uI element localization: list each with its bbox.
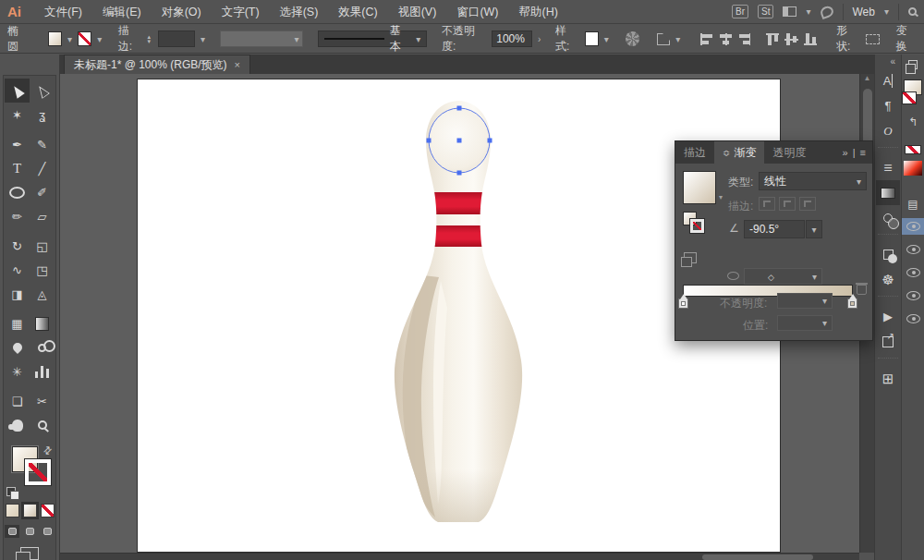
chevron-down-icon[interactable]: ▾: [67, 34, 72, 44]
align-bottom-icon[interactable]: [804, 33, 817, 45]
close-icon[interactable]: ×: [235, 59, 240, 70]
collapse-dock-icon[interactable]: «: [884, 55, 901, 68]
shape-label[interactable]: 形状:: [836, 23, 860, 55]
line-segment-tool[interactable]: ╱: [30, 156, 55, 180]
recolor-artwork-icon[interactable]: [626, 31, 639, 46]
align-left-icon[interactable]: [700, 33, 713, 45]
app-logo[interactable]: Ai: [7, 4, 21, 19]
curvature-tool[interactable]: ✎: [30, 132, 55, 156]
direct-selection-tool[interactable]: [30, 79, 55, 103]
gradient-angle-field[interactable]: -90.5°: [744, 220, 805, 238]
search-icon[interactable]: [908, 7, 917, 16]
menu-type[interactable]: 文字(T): [212, 0, 270, 24]
layer-visibility-row[interactable]: [902, 264, 924, 281]
eye-icon[interactable]: [906, 222, 920, 231]
brush-definition-dropdown[interactable]: 基本▾: [318, 30, 427, 47]
layers-list-icon[interactable]: ▤: [907, 197, 918, 212]
perspective-grid-tool[interactable]: ◬: [30, 282, 55, 306]
gradient-stop-left[interactable]: [678, 298, 688, 309]
bridge-button[interactable]: Br: [732, 5, 748, 18]
mini-stroke-swatch[interactable]: [690, 219, 704, 233]
menu-view[interactable]: 视图(V): [388, 0, 447, 24]
align-middle-icon[interactable]: [784, 33, 797, 45]
eye-icon[interactable]: [906, 291, 920, 300]
fill-stroke-preview[interactable]: [904, 79, 922, 95]
color-spectrum[interactable]: [904, 161, 922, 176]
panel-character[interactable]: A: [876, 68, 900, 93]
width-tool[interactable]: ∿: [5, 258, 30, 282]
stroke-proxy[interactable]: [25, 459, 51, 485]
opacity-field[interactable]: 100%: [492, 30, 532, 47]
tab-gradient[interactable]: ≎ 渐变: [714, 141, 764, 164]
paintbrush-tool[interactable]: ✐: [30, 180, 55, 204]
mesh-tool[interactable]: ▦: [5, 311, 30, 335]
layer-visibility-row[interactable]: [902, 310, 924, 327]
selection-tool[interactable]: [5, 79, 30, 103]
panel-paragraph[interactable]: ¶: [876, 93, 900, 118]
workspace-switcher[interactable]: Web: [853, 6, 875, 18]
menu-file[interactable]: 文件(F): [34, 0, 92, 24]
shape-builder-tool[interactable]: ◨: [5, 282, 30, 306]
default-fill-stroke-icon[interactable]: [6, 487, 16, 496]
pen-tool[interactable]: ✒: [5, 132, 30, 156]
arrange-documents-icon[interactable]: [783, 6, 796, 17]
eye-icon[interactable]: [906, 314, 920, 323]
gradient-type-dropdown[interactable]: 线性 ▾: [759, 172, 867, 190]
panel-artboards[interactable]: ⊞: [876, 366, 900, 391]
chevron-down-icon[interactable]: ▾: [604, 34, 609, 44]
gradient-thumbnail[interactable]: [683, 171, 716, 204]
panel-actions[interactable]: ▶: [876, 304, 900, 329]
menu-select[interactable]: 选择(S): [270, 0, 329, 24]
artboard-tool[interactable]: ❏: [5, 389, 30, 413]
chevron-down-icon[interactable]: ▾: [884, 6, 889, 17]
draw-inside-button[interactable]: [40, 525, 55, 538]
align-top-icon[interactable]: [766, 33, 779, 45]
scroll-up-icon[interactable]: ▲: [864, 74, 871, 82]
rotate-tool[interactable]: ↻: [5, 234, 30, 258]
eye-icon[interactable]: [906, 268, 920, 277]
chevron-down-icon[interactable]: ▾: [201, 34, 205, 44]
free-transform-tool[interactable]: ◳: [30, 258, 55, 282]
shape-properties-icon[interactable]: [866, 34, 880, 44]
style-swatch[interactable]: [585, 31, 599, 46]
stroke-weight-stepper[interactable]: ▴▾: [147, 34, 151, 43]
eye-icon[interactable]: [906, 245, 920, 254]
type-tool[interactable]: T: [5, 156, 30, 180]
scale-tool[interactable]: ◱: [30, 234, 55, 258]
stroke-weight-field[interactable]: [158, 30, 195, 47]
menu-help[interactable]: 帮助(H): [509, 0, 568, 24]
panel-transparency[interactable]: [876, 205, 900, 230]
panel-menu-icon[interactable]: ≡: [860, 147, 866, 158]
ellipse-tool[interactable]: [5, 180, 30, 204]
zoom-tool[interactable]: [30, 413, 55, 437]
menu-window[interactable]: 窗口(W): [446, 0, 508, 24]
return-arrow-icon[interactable]: ↰: [908, 115, 918, 129]
panel-appearance[interactable]: [876, 242, 900, 267]
duplicate-icon[interactable]: [908, 60, 918, 69]
draw-normal-button[interactable]: [5, 525, 19, 538]
panel-stroke[interactable]: ≡: [876, 155, 900, 180]
gradient-fill-stroke-proxy[interactable]: [683, 212, 711, 239]
chevron-down-icon[interactable]: ▾: [806, 6, 810, 17]
align-center-icon[interactable]: [719, 33, 732, 45]
transform-label[interactable]: 变换: [895, 23, 917, 55]
layer-visibility-row[interactable]: [902, 218, 924, 235]
layer-visibility-row[interactable]: [902, 241, 924, 258]
angle-dropdown-button[interactable]: ▾: [806, 220, 822, 238]
swap-fill-stroke-icon[interactable]: ⇄: [41, 444, 55, 458]
chevron-right-icon[interactable]: ›: [538, 34, 541, 44]
eraser-tool[interactable]: ▱: [30, 204, 55, 228]
panel-asset-export[interactable]: [876, 329, 900, 354]
share-icon[interactable]: [819, 4, 834, 18]
menu-edit[interactable]: 编辑(E): [92, 0, 152, 24]
gradient-stop-right[interactable]: [847, 298, 857, 309]
chevron-down-icon[interactable]: ▾: [97, 34, 102, 44]
tab-transparency[interactable]: 透明度: [764, 141, 814, 164]
stroke-weight-label[interactable]: 描边:: [118, 23, 142, 55]
tab-stroke[interactable]: 描边: [675, 141, 714, 164]
align-right-icon[interactable]: [737, 33, 750, 45]
reverse-gradient-icon[interactable]: [684, 252, 697, 263]
menu-effect[interactable]: 效果(C): [328, 0, 387, 24]
layer-visibility-row[interactable]: [902, 287, 924, 304]
column-graph-tool[interactable]: [30, 359, 55, 383]
